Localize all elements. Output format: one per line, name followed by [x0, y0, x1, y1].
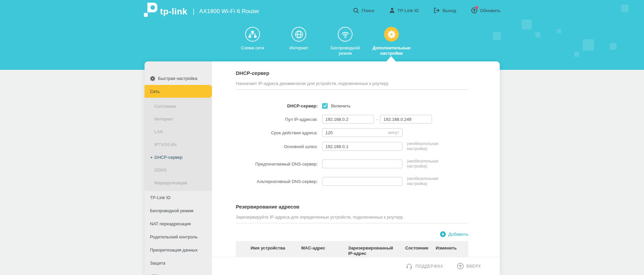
add-reservation-button[interactable]: Добавить — [440, 231, 468, 237]
gateway-row: Основной шлюз: (необязательная настройка… — [236, 141, 468, 151]
device-model-title: AX1800 Wi-Fi 6 Router — [199, 8, 259, 15]
sidebar-item-label: Защита — [150, 261, 165, 266]
update-button[interactable]: Обновить — [471, 7, 500, 14]
reservation-section-description: Зарезервируйте IP-адреса для определенны… — [236, 215, 468, 223]
sidebar-item-label: LAN — [154, 129, 163, 134]
update-label: Обновить — [480, 8, 500, 13]
add-button-label: Добавить — [448, 232, 468, 237]
sidebar-item-dhcp-server[interactable]: • DHCP-сервер — [145, 151, 212, 164]
sidebar-item-label: Состояние — [154, 104, 176, 109]
brand-divider: | — [193, 8, 195, 15]
sidebar-item-label: NAT переадресация — [150, 221, 191, 226]
sidebar-item-label: Родительский контроль — [150, 234, 198, 239]
wifi-icon — [338, 27, 353, 42]
sidebar-item-routing[interactable]: Маршрутизация — [145, 176, 212, 189]
sidebar-item-quick-setup[interactable]: Быстрая настройка — [145, 72, 212, 85]
back-to-top-label: ВВЕРХ — [467, 264, 481, 269]
ip-pool-separator: - — [376, 117, 378, 122]
logout-icon — [433, 7, 440, 14]
dhcp-server-label: DHCP-сервер: — [236, 103, 322, 108]
headset-icon — [406, 263, 413, 270]
network-submenu: Состояние Интернет LAN IPTV/VLAN • DHCP-… — [145, 98, 212, 191]
sidebar-item-label: Беспроводной режим — [150, 208, 194, 213]
support-link[interactable]: ПОДДЕРЖКА — [406, 263, 443, 270]
dns-primary-input[interactable] — [322, 159, 402, 168]
globe-icon — [291, 27, 306, 42]
support-label: ПОДДЕРЖКА — [415, 264, 443, 269]
active-item-bullet: • — [151, 155, 152, 160]
sidebar-item-internet[interactable]: Интернет — [145, 112, 212, 125]
search-icon — [353, 7, 359, 14]
quick-setup-gear-icon — [150, 76, 155, 81]
sidebar-item-label: DHCP-сервер — [154, 155, 182, 160]
sidebar: Быстрая настройка Сеть Состояние Интерне… — [145, 61, 212, 275]
sidebar-item-vpn-server[interactable]: VPN-сервер — [145, 270, 212, 275]
dns-secondary-label: Альтернативный DNS-сервер: — [236, 179, 322, 184]
dhcp-form: DHCP-сервер: Включить Пул IP-адресов: - — [236, 101, 468, 186]
sidebar-item-qos[interactable]: Приоритезация данных — [145, 243, 212, 257]
sidebar-item-iptv-vlan[interactable]: IPTV/VLAN — [145, 138, 212, 151]
search-label: Поиск — [362, 8, 374, 13]
dhcp-section-description: Назначает IP-адреса динамически для устр… — [236, 81, 468, 90]
back-to-top-link[interactable]: ВВЕРХ — [457, 263, 481, 270]
panel-footer: ПОДДЕРЖКА ВВЕРХ — [212, 257, 500, 275]
top-menu: Поиск TP-Link ID Выход — [353, 7, 500, 14]
tab-internet[interactable]: Интернет — [276, 27, 322, 56]
sidebar-item-label: DDNS — [154, 168, 167, 173]
reservation-section-title: Резервирование адресов — [236, 204, 468, 210]
tplink-id-label: TP-Link ID — [397, 8, 419, 13]
sidebar-item-label: Приоритезация данных — [150, 247, 198, 253]
dhcp-enable-checkbox[interactable] — [322, 103, 328, 109]
main-content: DHCP-сервер Назначает IP-адреса динамиче… — [212, 61, 500, 275]
main-nav-tabs: Схема сети Интернет Беспроводной режим — [0, 27, 644, 56]
dns-primary-row: Предпочитаемый DNS-сервер: (необязательн… — [236, 159, 468, 169]
sidebar-item-tplink-id[interactable]: TP-Link ID — [145, 191, 212, 204]
dhcp-enable-label: Включить — [331, 103, 351, 108]
check-icon — [323, 104, 327, 108]
dns-secondary-input[interactable] — [322, 177, 402, 186]
brand-name: tp-link — [160, 6, 187, 17]
search-button[interactable]: Поиск — [353, 7, 374, 14]
sidebar-item-nat-forwarding[interactable]: NAT переадресация — [145, 217, 212, 230]
sidebar-item-network[interactable]: Сеть — [145, 85, 212, 98]
sidebar-item-label: Маршрутизация — [154, 180, 187, 185]
plus-circle-icon — [440, 231, 446, 237]
gateway-input[interactable] — [322, 142, 402, 151]
add-row: Добавить — [236, 231, 468, 237]
lease-time-row: Срок действия адреса: минут — [236, 128, 468, 137]
sidebar-item-security[interactable]: Защита — [145, 257, 212, 270]
active-tab-pointer — [386, 56, 396, 61]
dns-secondary-row: Альтернативный DNS-сервер: (необязательн… — [236, 176, 468, 186]
gateway-label: Основной шлюз: — [236, 144, 322, 149]
settings-panel: Быстрая настройка Сеть Состояние Интерне… — [145, 61, 500, 275]
tab-advanced-settings[interactable]: Дополнительные настройки — [368, 27, 415, 56]
ip-pool-row: Пул IP-адресов: - — [236, 114, 468, 124]
tab-wireless[interactable]: Беспроводной режим — [322, 27, 368, 56]
lease-time-label: Срок действия адреса: — [236, 130, 322, 135]
tp-link-logo-icon — [144, 2, 158, 19]
hero-banner: tp-link | AX1800 Wi-Fi 6 Router Поиск — [0, 0, 644, 70]
tplink-id-button[interactable]: TP-Link ID — [389, 7, 419, 14]
sidebar-item-wireless[interactable]: Беспроводной режим — [145, 204, 212, 217]
sidebar-item-parental-controls[interactable]: Родительский контроль — [145, 230, 212, 243]
dns-primary-label: Предпочитаемый DNS-сервер: — [236, 162, 322, 167]
ip-pool-start-input[interactable] — [322, 115, 374, 124]
tab-network-map[interactable]: Схема сети — [229, 27, 276, 56]
dhcp-enable-row: DHCP-сервер: Включить — [236, 101, 468, 110]
sidebar-item-label: TP-Link ID — [150, 195, 170, 200]
tab-label: Беспроводной режим — [324, 45, 366, 56]
sidebar-item-lan[interactable]: LAN — [145, 125, 212, 138]
sidebar-item-label: IPTV/VLAN — [154, 142, 176, 147]
update-icon — [471, 7, 478, 14]
sidebar-item-label: VPN-сервер — [150, 274, 174, 275]
logout-button[interactable]: Выход — [433, 7, 456, 14]
gear-icon — [384, 27, 399, 42]
optional-note: (необязательная настройка) — [407, 159, 448, 169]
logout-label: Выход — [442, 8, 456, 13]
brand: tp-link | AX1800 Wi-Fi 6 Router — [144, 2, 259, 19]
ip-pool-end-input[interactable] — [380, 115, 432, 124]
tab-label: Дополнительные настройки — [370, 45, 413, 56]
sidebar-item-status[interactable]: Состояние — [145, 100, 212, 112]
lease-time-input[interactable] — [322, 128, 402, 137]
sidebar-item-ddns[interactable]: DDNS — [145, 164, 212, 176]
